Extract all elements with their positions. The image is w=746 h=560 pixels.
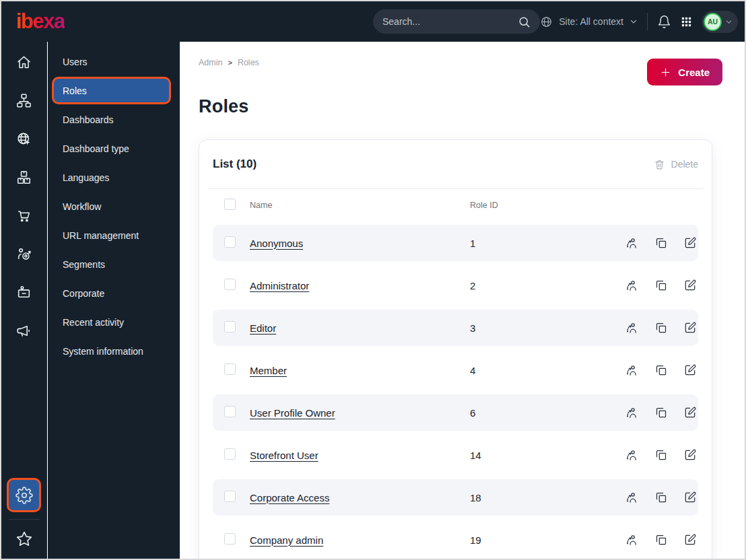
row-checkbox[interactable] xyxy=(224,279,236,290)
assign-icon xyxy=(625,533,639,547)
select-all-checkbox[interactable] xyxy=(224,199,236,210)
notifications-button[interactable] xyxy=(657,15,671,29)
sidebar-item-segments[interactable]: Segments xyxy=(48,250,180,279)
rail-item-commerce[interactable] xyxy=(1,197,47,235)
rail-item-admin-settings[interactable] xyxy=(7,478,41,512)
row-checkbox[interactable] xyxy=(224,321,236,332)
topbar-divider xyxy=(647,13,648,30)
sidebar-item-label: Dashboards xyxy=(63,114,114,125)
role-name-link[interactable]: Corporate Access xyxy=(250,492,329,503)
assign-to-users-button[interactable] xyxy=(625,406,639,420)
copy-icon xyxy=(654,279,668,292)
rail-item-promotions[interactable] xyxy=(1,312,47,350)
sidebar-item-corporate[interactable]: Corporate xyxy=(48,279,180,308)
table-row: Administrator 2 xyxy=(213,267,698,304)
create-button[interactable]: Create xyxy=(647,59,722,85)
role-name-link[interactable]: User Profile Owner xyxy=(250,407,335,419)
row-checkbox[interactable] xyxy=(224,491,236,502)
assign-to-users-button[interactable] xyxy=(625,491,639,505)
edit-role-button[interactable] xyxy=(683,279,697,292)
app-grid-icon xyxy=(681,16,692,28)
edit-icon xyxy=(683,321,697,335)
edit-role-button[interactable] xyxy=(683,406,697,419)
copy-role-button[interactable] xyxy=(654,448,668,462)
copy-role-button[interactable] xyxy=(654,363,668,377)
top-bar: ibexa Site: All context xyxy=(1,1,745,42)
page-title: Roles xyxy=(199,97,745,116)
edit-icon xyxy=(683,533,697,547)
copy-role-button[interactable] xyxy=(654,406,668,419)
assign-to-users-button[interactable] xyxy=(625,236,639,250)
row-checkbox[interactable] xyxy=(224,406,236,417)
global-search[interactable] xyxy=(373,9,540,34)
app-switcher-button[interactable] xyxy=(681,16,692,28)
delete-button-label: Delete xyxy=(671,159,698,170)
search-input[interactable] xyxy=(382,16,518,27)
sidebar-item-dashboard-type[interactable]: Dashboard type xyxy=(48,134,180,163)
sidebar-item-recent-activity[interactable]: Recent activity xyxy=(48,308,180,337)
rail-bottom xyxy=(1,478,47,559)
assign-to-users-button[interactable] xyxy=(625,321,639,335)
sidebar-item-label: URL management xyxy=(63,230,139,241)
edit-role-button[interactable] xyxy=(683,448,697,462)
sidebar-item-system-information[interactable]: System information xyxy=(48,337,180,365)
rail-item-site[interactable] xyxy=(1,120,47,158)
copy-role-button[interactable] xyxy=(654,533,668,547)
rail-item-dashboard[interactable] xyxy=(1,43,47,81)
role-name-link[interactable]: Editor xyxy=(250,322,276,334)
row-checkbox[interactable] xyxy=(224,448,236,460)
sidebar-item-dashboards[interactable]: Dashboards xyxy=(48,105,180,134)
globe-cursor-icon xyxy=(15,131,32,147)
row-actions xyxy=(625,406,698,420)
user-menu[interactable]: AU xyxy=(702,11,738,33)
breadcrumb-roles: Roles xyxy=(238,58,259,67)
gear-icon xyxy=(15,487,33,504)
role-name-link[interactable]: Storefront User xyxy=(250,450,318,461)
app-window: ibexa Site: All context xyxy=(0,0,746,560)
assign-icon xyxy=(625,279,639,293)
edit-role-button[interactable] xyxy=(683,236,697,250)
row-checkbox[interactable] xyxy=(224,533,236,545)
rail-item-products[interactable] xyxy=(1,158,47,197)
breadcrumb-admin[interactable]: Admin xyxy=(199,58,222,67)
rail-item-bookmarks[interactable] xyxy=(1,524,47,555)
site-context-selector[interactable]: Site: All context xyxy=(540,15,638,28)
edit-role-button[interactable] xyxy=(683,321,697,335)
sidebar-item-label: System information xyxy=(63,346,143,357)
role-name-link[interactable]: Member xyxy=(250,365,287,376)
copy-role-button[interactable] xyxy=(654,491,668,504)
copy-icon xyxy=(654,406,668,419)
chevron-down-icon xyxy=(725,18,733,26)
sidebar-item-roles[interactable]: Roles xyxy=(52,77,171,104)
copy-icon xyxy=(654,491,668,504)
copy-role-button[interactable] xyxy=(654,279,668,292)
copy-icon xyxy=(654,533,668,547)
role-name-link[interactable]: Administrator xyxy=(250,280,309,291)
rail-item-corporate[interactable] xyxy=(1,273,47,312)
edit-role-button[interactable] xyxy=(683,363,697,377)
sidebar-item-users[interactable]: Users xyxy=(48,47,180,76)
table-row: Storefront User 14 xyxy=(213,437,698,473)
assign-to-users-button[interactable] xyxy=(625,533,639,547)
rail-item-personalization[interactable] xyxy=(1,235,47,273)
row-checkbox[interactable] xyxy=(224,363,236,375)
role-name-link[interactable]: Company admin xyxy=(250,534,323,546)
copy-role-button[interactable] xyxy=(654,236,668,250)
sidebar-item-workflow[interactable]: Workflow xyxy=(48,192,180,221)
sidebar-item-url-management[interactable]: URL management xyxy=(48,221,180,250)
avatar: AU xyxy=(704,13,722,31)
copy-icon xyxy=(654,236,668,250)
assign-to-users-button[interactable] xyxy=(625,279,639,293)
row-checkbox[interactable] xyxy=(224,236,236,248)
edit-role-button[interactable] xyxy=(683,491,697,504)
role-name-link[interactable]: Anonymous xyxy=(250,238,303,249)
delete-button[interactable]: Delete xyxy=(654,159,698,170)
assign-to-users-button[interactable] xyxy=(625,448,639,462)
edit-role-button[interactable] xyxy=(683,533,697,547)
list-count-heading: List (10) xyxy=(213,158,257,171)
assign-to-users-button[interactable] xyxy=(625,363,639,378)
rail-item-content[interactable] xyxy=(1,81,47,120)
copy-role-button[interactable] xyxy=(654,321,668,335)
sidebar-item-languages[interactable]: Languages xyxy=(48,163,180,192)
edit-icon xyxy=(683,363,697,377)
